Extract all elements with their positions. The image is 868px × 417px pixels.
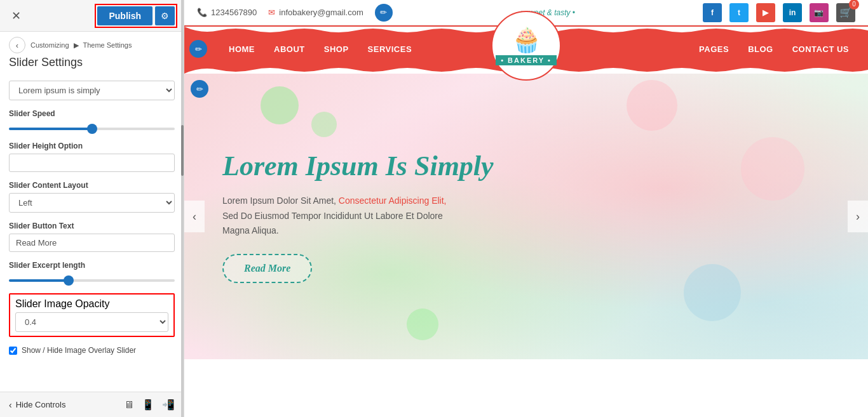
logo-text: • BAKERY • [496, 55, 557, 65]
slider-excerpt-label: Slider Excerpt length [9, 261, 175, 270]
tablet-icon[interactable]: 📱 [142, 399, 154, 411]
nav-item-contact[interactable]: CONTACT US [792, 44, 849, 54]
slider-height-input[interactable] [9, 154, 175, 172]
email-address: infobakery@gmail.com [279, 8, 363, 17]
site-phone: 📞 1234567890 [197, 8, 257, 17]
twitter-icon[interactable]: t [729, 3, 749, 22]
customizer-panel: ✕ Publish ⚙ ‹ Customizing ▶ Theme Settin… [0, 0, 184, 417]
phone-icon: 📞 [197, 8, 207, 17]
nav-item-shop[interactable]: Shop [324, 44, 349, 54]
bottom-bar: ‹ Hide Controls 🖥 📱 📲 [0, 392, 184, 417]
slider-opacity-dropdown[interactable]: 0.4 0.1 0.2 0.3 0.5 0.6 0.7 0.8 0.9 1.0 [15, 312, 168, 332]
nav-edit-pencil[interactable]: ✏ [189, 40, 207, 58]
nav-item-about[interactable]: ABOUT [274, 44, 305, 54]
hero-read-more-button[interactable]: Read More [222, 254, 312, 283]
hero-next-button[interactable]: › [848, 201, 868, 232]
slider-content-group: Slider Content Layout Left Center Right [9, 181, 175, 213]
site-logo: 🧁 • BAKERY • [491, 11, 561, 81]
logo-cupcake-icon: 🧁 [512, 26, 541, 54]
chevron-left-icon: ‹ [9, 400, 12, 410]
slider-opacity-label: Slider Image Opacity [15, 298, 110, 309]
nav-item-services[interactable]: SERVICES [368, 44, 412, 54]
slider-content-label: Slider Content Layout [9, 181, 175, 190]
back-button[interactable]: ‹ [9, 37, 25, 53]
slider-button-input[interactable] [9, 234, 175, 252]
gear-button[interactable]: ⚙ [155, 6, 175, 25]
device-icons-group: 🖥 📱 📲 [124, 399, 175, 411]
slider-button-group: Slider Button Text [9, 222, 175, 252]
nav-items-left: Home ABOUT Shop SERVICES [229, 44, 412, 54]
nav-item-home[interactable]: Home [229, 44, 255, 54]
deco-circle-1 [261, 86, 299, 124]
hero-edit-pencil[interactable]: ✏ [191, 80, 208, 98]
site-social-icons: f t ▶ in 📷 🛒 0 [703, 3, 855, 22]
email-icon: ✉ [268, 8, 275, 17]
deco-circle-6 [741, 137, 804, 201]
hero-desc-text1: Lorem Ipsum Dolor Sit Amet, [222, 195, 336, 206]
facebook-icon[interactable]: f [703, 3, 722, 22]
slider-excerpt-input[interactable] [9, 279, 175, 282]
hero-desc-text1-red: Consectetur Adipiscing Elit, [339, 195, 447, 206]
cart-icon[interactable]: 🛒 0 [836, 3, 855, 22]
hero-desc-line2: Sed Do Eiusmod Tempor Incididunt Ut Labo… [222, 209, 494, 224]
hero-description: Lorem Ipsum Dolor Sit Amet, Consectetur … [222, 194, 494, 239]
panel-title: Slider Settings [0, 55, 184, 76]
site-preview: 📞 1234567890 ✉ infobakery@gmail.com ✏ • … [184, 0, 868, 417]
slider-opacity-group: Slider Image Opacity 0.4 0.1 0.2 0.3 0.5… [9, 293, 175, 337]
slider-speed-group: Slider Speed [9, 109, 175, 133]
hero-desc-line3: Magna Aliqua. [222, 223, 494, 239]
slider-speed-input[interactable] [9, 128, 175, 130]
nav-items-right: PAGES BLOG CONTACT US [699, 44, 849, 54]
site-navigation: ✏ Home ABOUT Shop SERVICES 🧁 • BAKERY • … [184, 33, 868, 65]
breadcrumb-area: ‹ Customizing ▶ Theme Settings [0, 32, 184, 55]
hero-prev-button[interactable]: ‹ [184, 201, 205, 232]
panel-scroll-area[interactable]: Lorem ipsum is simply Slider Speed Slide… [0, 76, 184, 392]
deco-circle-4 [684, 264, 741, 321]
close-button[interactable]: ✕ [6, 6, 26, 25]
youtube-icon[interactable]: ▶ [756, 3, 775, 22]
breadcrumb: Customizing ▶ Theme Settings [31, 41, 132, 50]
slider-height-group: Slider Height Option [9, 142, 175, 172]
scrollbar[interactable] [181, 0, 184, 417]
slider-select-group: Lorem ipsum is simply [9, 81, 175, 100]
publish-button[interactable]: Publish [97, 6, 153, 25]
email-edit-pencil[interactable]: ✏ [375, 4, 393, 22]
slider-speed-label: Slider Speed [9, 109, 175, 118]
nav-item-blog[interactable]: BLOG [748, 44, 773, 54]
slider-button-label: Slider Button Text [9, 222, 175, 230]
hero-desc-line1: Lorem Ipsum Dolor Sit Amet, Consectetur … [222, 194, 494, 209]
nav-item-pages[interactable]: PAGES [699, 44, 729, 54]
scrollbar-thumb [181, 125, 184, 176]
slider-content-dropdown[interactable]: Left Center Right [9, 193, 175, 213]
deco-circle-3 [627, 80, 677, 131]
top-bar: ✕ Publish ⚙ [0, 0, 184, 32]
slider-excerpt-group: Slider Excerpt length [9, 261, 175, 284]
site-email: ✉ infobakery@gmail.com [268, 8, 363, 17]
hero-content: Lorem Ipsum Is Simply Lorem Ipsum Dolor … [184, 131, 532, 302]
slider-height-label: Slider Height Option [9, 142, 175, 150]
overlay-checkbox-label[interactable]: Show / Hide Image Overlay Slider [22, 346, 136, 355]
slider-select-dropdown[interactable]: Lorem ipsum is simply [9, 81, 175, 100]
checkbox-row: Show / Hide Image Overlay Slider [9, 346, 175, 355]
site-topbar-left: 📞 1234567890 ✉ infobakery@gmail.com ✏ [197, 4, 393, 22]
phone-number: 1234567890 [211, 8, 257, 17]
mobile-icon[interactable]: 📲 [162, 399, 175, 411]
cart-badge: 0 [849, 0, 859, 10]
instagram-icon[interactable]: 📷 [810, 3, 829, 22]
linkedin-icon[interactable]: in [783, 3, 802, 22]
hide-controls-button[interactable]: ‹ Hide Controls [9, 400, 65, 410]
hero-title: Lorem Ipsum Is Simply [222, 150, 494, 183]
hero-section: ‹ ✏ Lorem Ipsum Is Simply Lorem Ipsum Do… [184, 74, 868, 359]
desktop-icon[interactable]: 🖥 [124, 399, 134, 411]
publish-area: Publish ⚙ [95, 4, 177, 28]
deco-circle-5 [407, 308, 438, 340]
hide-controls-label: Hide Controls [16, 400, 66, 409]
overlay-checkbox[interactable] [9, 347, 17, 355]
